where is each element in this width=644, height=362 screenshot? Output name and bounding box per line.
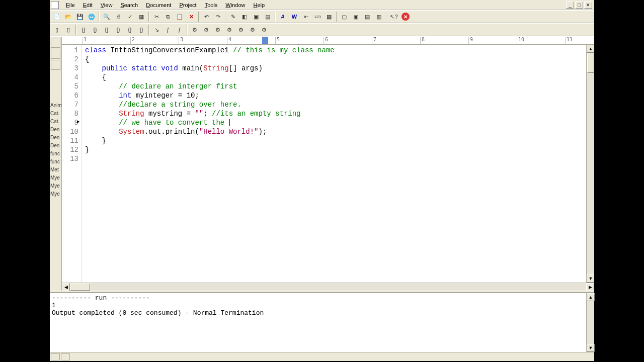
scroll-thumb[interactable]	[587, 53, 594, 73]
ruler-mark: 1	[82, 37, 130, 44]
app-window: File Edit View Search Document Project T…	[50, 0, 594, 361]
ruler-mark: 5	[275, 37, 324, 44]
tag5-icon[interactable]: ⚙	[235, 24, 247, 35]
menu-search[interactable]: Search	[116, 1, 142, 9]
sidebar-tool-1[interactable]	[51, 38, 60, 48]
brace1-icon[interactable]: {}	[78, 24, 89, 35]
sidebar-item[interactable]: Den	[50, 126, 61, 133]
editor-vscroll[interactable]: ▲ ▼	[586, 45, 594, 283]
new-file-icon[interactable]: 📄	[51, 11, 62, 22]
help-cursor-icon[interactable]: ↖?	[388, 11, 399, 22]
bottom-tool-1[interactable]	[51, 353, 60, 360]
window4-icon[interactable]: ▥	[373, 11, 384, 22]
maximize-button[interactable]: □	[575, 2, 583, 9]
sidebar-tool-3[interactable]	[51, 60, 60, 70]
menu-help[interactable]: Help	[249, 1, 269, 9]
cut-icon[interactable]: ✂	[151, 11, 162, 22]
brace2-icon[interactable]: {}	[90, 24, 101, 35]
scroll-up-icon[interactable]: ▲	[587, 45, 594, 53]
brace5-icon[interactable]: {}	[124, 24, 135, 35]
doc1-icon[interactable]: ▯	[51, 24, 62, 35]
brace3-icon[interactable]: {}	[101, 24, 112, 35]
grid-icon[interactable]: ▦	[324, 11, 335, 22]
paste-icon[interactable]: 📋	[174, 11, 185, 22]
output-console[interactable]: ---------- run ----------1Output complet…	[50, 293, 586, 352]
copy-icon[interactable]: ⧉	[163, 11, 174, 22]
sidebar-item[interactable]: Met	[50, 166, 61, 173]
sidebar-item[interactable]: Mye	[50, 174, 61, 182]
menu-edit[interactable]: Edit	[79, 1, 97, 9]
menu-view[interactable]: View	[97, 1, 117, 9]
brace6-icon[interactable]: {}	[136, 24, 147, 35]
arrow-icon[interactable]: ↘	[151, 24, 162, 35]
ruler-mark: 3	[179, 37, 227, 44]
word-icon[interactable]: W	[289, 11, 300, 22]
ruler-mark: 9	[468, 37, 517, 44]
sidebar-item[interactable]: Cat.	[50, 110, 61, 117]
window-controls: _ □ ✕	[566, 2, 593, 9]
print-icon[interactable]: 🖨	[113, 11, 124, 22]
line-number: 3	[62, 64, 78, 73]
toggle-icon[interactable]: ▦	[136, 11, 147, 22]
ruler[interactable]: 1 2 3 4 5 6 7 8 9 10 11	[62, 37, 594, 45]
menu-window[interactable]: Window	[221, 1, 249, 9]
window3-icon[interactable]: ▤	[362, 11, 373, 22]
close-button[interactable]: ✕	[584, 2, 592, 9]
tag6-icon[interactable]: ⚙	[247, 24, 258, 35]
doc2-icon[interactable]: ▯	[63, 24, 74, 35]
scroll-down-icon[interactable]: ▼	[587, 344, 595, 352]
sidebar-item[interactable]: Den	[50, 142, 61, 149]
window1-icon[interactable]: ▢	[339, 11, 350, 22]
sidebar-item[interactable]: Mye	[50, 183, 61, 190]
save-all-icon[interactable]: 🌐	[86, 11, 97, 22]
delete-icon[interactable]: ✕	[186, 11, 197, 22]
sidebar-item[interactable]: Den	[50, 134, 61, 141]
sidebar-item[interactable]: Cat.	[50, 118, 61, 125]
scroll-down-icon[interactable]: ▼	[587, 275, 594, 283]
scroll-thumb[interactable]	[70, 284, 90, 291]
tag4-icon[interactable]: ⚙	[224, 24, 235, 35]
open-file-icon[interactable]: 📂	[63, 11, 74, 22]
highlight-icon[interactable]: ◧	[239, 11, 250, 22]
undo-icon[interactable]: ↶	[201, 11, 212, 22]
fn2-icon[interactable]: ƒ	[174, 24, 185, 35]
tool-a-icon[interactable]: ▤	[262, 11, 273, 22]
tag2-icon[interactable]: ⚙	[201, 24, 212, 35]
sidebar-item[interactable]: func	[50, 150, 61, 157]
italic-icon[interactable]: A	[277, 11, 288, 22]
print-preview-icon[interactable]: 🔍	[101, 11, 112, 22]
sidebar-item[interactable]: Anim	[50, 102, 61, 109]
wand-icon[interactable]: ✎	[227, 11, 238, 22]
menu-file[interactable]: File	[62, 1, 79, 9]
sidebar-item[interactable]: Mye	[50, 191, 61, 198]
block-icon[interactable]: ▣	[251, 11, 262, 22]
save-icon[interactable]: 💾	[74, 11, 86, 22]
brace4-icon[interactable]: {}	[113, 24, 124, 35]
menu-project[interactable]: Project	[175, 1, 200, 9]
scroll-right-icon[interactable]: ▶	[586, 283, 594, 291]
indent-left-icon[interactable]: ⇤	[300, 11, 311, 22]
line-number: 8	[62, 109, 78, 118]
bottom-tool-2[interactable]	[61, 353, 70, 360]
current-line-marker: ▸	[77, 118, 80, 125]
tag7-icon[interactable]: ⚙	[259, 24, 270, 35]
window2-icon[interactable]: ▣	[350, 11, 361, 22]
minimize-button[interactable]: _	[566, 2, 574, 9]
sidebar-tool-2[interactable]	[51, 49, 60, 59]
editor-hscroll[interactable]: ◀ ▶	[62, 283, 594, 291]
tag3-icon[interactable]: ⚙	[212, 24, 223, 35]
fn1-icon[interactable]: ƒ	[163, 24, 174, 35]
output-vscroll[interactable]: ▲ ▼	[586, 293, 594, 352]
output-panel: ---------- run ----------1Output complet…	[50, 293, 594, 352]
scroll-left-icon[interactable]: ◀	[62, 283, 70, 291]
menu-tools[interactable]: Tools	[201, 1, 222, 9]
tag1-icon[interactable]: ⚙	[189, 24, 200, 35]
stop-icon[interactable]: ✕	[401, 13, 410, 21]
numbers-icon[interactable]: 123	[312, 11, 323, 22]
menu-document[interactable]: Document	[142, 1, 175, 9]
sidebar-item[interactable]: func	[50, 158, 61, 165]
code-editor[interactable]: class InttoStingConversionExample1 // th…	[82, 45, 586, 283]
redo-icon[interactable]: ↷	[212, 11, 223, 22]
scroll-up-icon[interactable]: ▲	[587, 293, 595, 301]
spellcheck-icon[interactable]: ✓	[124, 11, 135, 22]
